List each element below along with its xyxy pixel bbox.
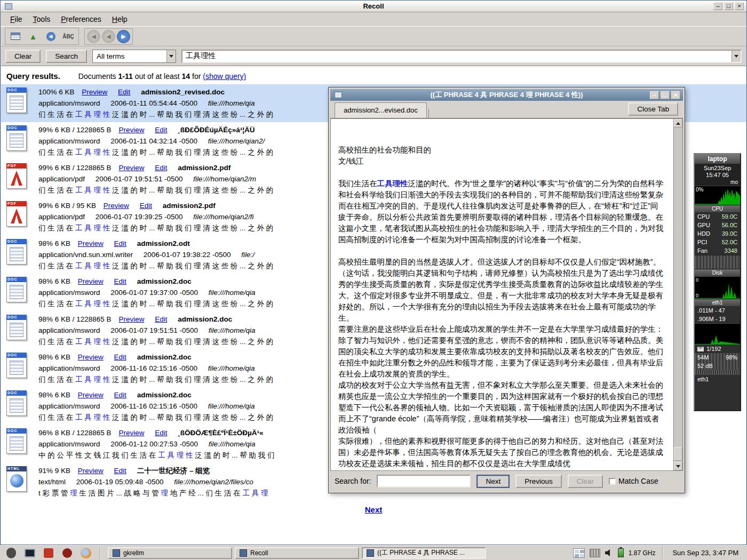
doc-history-button[interactable]	[7, 29, 23, 43]
gkrellm-date: Sun23Sep	[695, 165, 740, 172]
speaker-icon[interactable]	[605, 549, 613, 557]
taskbar-task[interactable]: ((工 PHRASE 4 具 PHRASE ...	[362, 547, 486, 559]
firefox-launcher[interactable]	[79, 547, 93, 559]
result-relevance-size: 98% 6 KB	[38, 239, 70, 247]
app-launcher-2[interactable]	[60, 547, 74, 559]
taskbar-clock[interactable]: Sun Sep 23, 3:47 PM	[670, 549, 743, 557]
preview-link[interactable]: Preview	[82, 88, 107, 96]
toolbar: ÂBÇ	[1, 26, 746, 46]
keyboard-indicator-icon[interactable]	[590, 549, 600, 557]
net-section-header[interactable]: eth1	[695, 299, 740, 306]
query-combobox[interactable]	[181, 50, 742, 63]
preview-link[interactable]: Preview	[118, 315, 144, 323]
file-type-label: DOC	[6, 390, 27, 396]
minimize-icon[interactable]: –	[650, 91, 659, 99]
edit-link[interactable]: Edit	[155, 164, 167, 172]
preview-titlebar[interactable]: ((工 PHRASE 4 具 PHRASE 4 理 PHRASE 4 性)) –…	[330, 89, 683, 101]
result-relevance-size: 99% 6 KB / 95 KB	[38, 202, 96, 210]
battery-icon[interactable]	[618, 548, 624, 557]
clear-button[interactable]: Clear	[5, 50, 41, 63]
edit-link[interactable]: Edit	[155, 429, 167, 437]
result-total: 14	[182, 72, 190, 81]
hostname-label[interactable]: laptop	[695, 154, 740, 164]
edit-link[interactable]: Edit	[155, 315, 167, 323]
chevron-down-icon[interactable]	[166, 50, 176, 62]
search-input[interactable]	[182, 51, 732, 62]
mail-row[interactable]: 1/192	[695, 345, 740, 353]
maximize-icon[interactable]: □	[724, 2, 733, 10]
menu-launcher[interactable]	[4, 547, 18, 559]
taskbar-task[interactable]: gkrellm	[108, 547, 232, 559]
prev-page-button[interactable]	[102, 30, 115, 43]
table-icon	[11, 33, 20, 40]
menu-tools[interactable]: Tools	[28, 13, 56, 25]
recoll-titlebar[interactable]: Recoll – □ ×	[1, 1, 746, 12]
preview-paragraph: 实际很难），但他的素养和视野很可能更多的得于他自己的努力和经历。这对他自己（甚至…	[338, 436, 665, 469]
menu-help[interactable]: Help	[107, 13, 133, 25]
preview-link[interactable]: Preview	[78, 353, 104, 361]
query-history-chevron-icon[interactable]	[732, 51, 741, 62]
maximize-icon[interactable]: □	[661, 91, 670, 99]
scroll-down-icon[interactable]	[674, 462, 682, 470]
disk-section-header[interactable]: Disk	[695, 269, 740, 276]
sort-params-button[interactable]	[43, 29, 59, 43]
scrollbar-thumb[interactable]	[674, 447, 682, 461]
menu-preferences[interactable]: Preferences	[55, 13, 107, 25]
preview-scrollbar[interactable]	[673, 119, 682, 470]
preview-link[interactable]: Preview	[78, 239, 104, 247]
red-round-app-icon	[62, 548, 72, 558]
minimize-icon[interactable]: –	[713, 2, 722, 10]
search-mode-select[interactable]: All terms	[92, 50, 176, 63]
preview-link[interactable]: Preview	[78, 467, 104, 475]
workspace-pager-icon[interactable]	[573, 548, 585, 558]
first-page-button[interactable]	[87, 30, 100, 43]
edit-link[interactable]: Edit	[140, 202, 152, 210]
cpu-section-header[interactable]: CPU	[695, 205, 740, 212]
preview-link[interactable]: Preview	[118, 126, 144, 134]
edit-link[interactable]: Edit	[114, 391, 126, 399]
edit-link[interactable]: Edit	[118, 88, 130, 96]
result-url: file:///home/qia	[209, 289, 256, 297]
preview-link[interactable]: Preview	[78, 391, 104, 399]
file-type-icon: DOC	[5, 389, 30, 425]
preview-link[interactable]: Preview	[78, 277, 104, 285]
find-next-button[interactable]: Next	[476, 475, 510, 488]
result-url: file:///home/qia	[208, 99, 255, 107]
find-previous-button[interactable]: Previous	[515, 475, 562, 488]
preview-tab[interactable]: admission2...evised.doc	[335, 102, 427, 118]
close-icon[interactable]: ×	[735, 2, 744, 10]
preview-link[interactable]: Preview	[104, 202, 129, 210]
preview-link[interactable]: Preview	[118, 429, 144, 437]
file-type-icon: PDF	[5, 200, 30, 236]
match-case-checkbox[interactable]	[609, 478, 616, 485]
mail-count: 1/192	[706, 346, 721, 352]
gkrellm-monitor: laptop Sun23Sep 15:47 05 mo 0% CPU CPU59…	[694, 153, 741, 411]
find-input[interactable]	[377, 475, 471, 487]
edit-link[interactable]: Edit	[155, 126, 167, 134]
system-tray: 1.87 GHz Sun Sep 23, 3:47 PM	[573, 547, 743, 559]
edit-link[interactable]: Edit	[114, 277, 126, 285]
next-results-link[interactable]: Next	[365, 505, 383, 514]
result-url: file:///home/qia	[209, 440, 256, 448]
next-page-button[interactable]	[117, 30, 130, 43]
taskbar-task[interactable]: Recoll	[235, 547, 359, 559]
match-case-option[interactable]: Match Case	[609, 477, 658, 485]
edit-link[interactable]: Edit	[114, 239, 126, 247]
close-icon[interactable]: ×	[671, 91, 680, 99]
find-clear-button[interactable]: Clear	[568, 475, 603, 488]
terminal-launcher[interactable]	[23, 547, 37, 559]
show-query-link[interactable]: (show query)	[203, 72, 246, 81]
search-button[interactable]: Search	[46, 50, 87, 63]
abc-letters-icon: ÂBÇ	[62, 34, 74, 39]
taskbar: gkrellmRecoll((工 PHRASE 4 具 PHRASE ... 1…	[0, 545, 747, 560]
advanced-search-button[interactable]	[25, 29, 41, 43]
preview-link[interactable]: Preview	[118, 164, 144, 172]
term-explorer-button[interactable]: ÂBÇ	[60, 29, 76, 43]
menu-file[interactable]: File	[5, 13, 28, 25]
close-tab-button[interactable]: Close Tab	[628, 102, 678, 116]
edit-link[interactable]: Edit	[114, 467, 126, 475]
edit-link[interactable]: Edit	[114, 353, 126, 361]
app-launcher-1[interactable]	[42, 547, 55, 559]
preview-document-content[interactable]: 高校招生的社会功能和目的文/钱江我们生活在工具理性泛滥的时代。作为“世之显学”的…	[331, 119, 673, 470]
scroll-up-icon[interactable]	[674, 119, 682, 127]
